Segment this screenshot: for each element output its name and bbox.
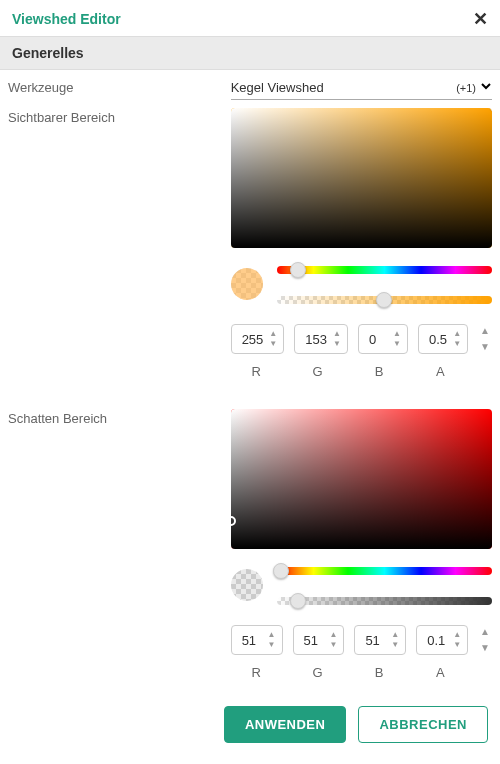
label-b: B (353, 665, 404, 680)
shadow-rgba-labels: R G B A (231, 665, 466, 680)
visible-g-input[interactable]: 153 ▲▼ (294, 324, 348, 354)
stepper-icon[interactable]: ▲▼ (329, 631, 337, 649)
label-r: R (231, 364, 282, 379)
visible-b-input[interactable]: 0 ▲▼ (358, 324, 408, 354)
shadow-a-input[interactable]: 0.1 ▲▼ (416, 625, 468, 655)
visible-rgba-row: 255 ▲▼ 153 ▲▼ 0 ▲▼ 0.5 ▲▼ ▲▼ (231, 324, 492, 354)
tools-row: Werkzeuge Kegel Viewshed (+1) (0, 70, 500, 100)
stepper-icon[interactable]: ▲▼ (268, 631, 276, 649)
shadow-r-input[interactable]: 51 ▲▼ (231, 625, 283, 655)
label-g: G (292, 364, 343, 379)
visible-hue-slider[interactable] (277, 266, 492, 274)
visible-satval-panel[interactable] (231, 108, 492, 248)
visible-controls (231, 264, 492, 304)
tools-label: Werkzeuge (8, 78, 231, 95)
visible-alpha-slider[interactable] (277, 296, 492, 304)
shadow-color-row: Schatten Bereich (0, 401, 500, 680)
shadow-label: Schatten Bereich (8, 409, 231, 680)
label-a: A (415, 364, 466, 379)
label-g: G (292, 665, 343, 680)
button-row: Anwenden Abbrechen (0, 690, 500, 759)
visible-r-input[interactable]: 255 ▲▼ (231, 324, 285, 354)
shadow-controls (231, 565, 492, 605)
visible-color-row: Sichtbarer Bereich (0, 100, 500, 379)
visible-rgba-labels: R G B A (231, 364, 466, 379)
cancel-button[interactable]: Abbrechen (358, 706, 488, 743)
stepper-icon[interactable]: ▲▼ (391, 631, 399, 649)
stepper-icon[interactable]: ▲▼ (333, 330, 341, 348)
visible-swatch (231, 268, 263, 300)
stepper-icon[interactable]: ▲▼ (453, 631, 461, 649)
mode-stepper[interactable]: ▲▼ (480, 627, 490, 653)
editor-header: Viewshed Editor ✕ (0, 0, 500, 36)
label-a: A (415, 665, 466, 680)
close-icon[interactable]: ✕ (473, 10, 488, 28)
shadow-satval-panel[interactable] (231, 409, 492, 549)
shadow-rgba-row: 51 ▲▼ 51 ▲▼ 51 ▲▼ 0.1 ▲▼ ▲▼ (231, 625, 492, 655)
visible-hue-knob[interactable] (290, 262, 306, 278)
shadow-b-input[interactable]: 51 ▲▼ (354, 625, 406, 655)
visible-label: Sichtbarer Bereich (8, 108, 231, 379)
stepper-icon[interactable]: ▲▼ (453, 330, 461, 348)
mode-stepper[interactable]: ▲▼ (480, 326, 490, 352)
visible-a-input[interactable]: 0.5 ▲▼ (418, 324, 468, 354)
visible-alpha-knob[interactable] (376, 292, 392, 308)
stepper-icon[interactable]: ▲▼ (269, 330, 277, 348)
tools-count: (+1) (456, 82, 480, 94)
shadow-alpha-knob[interactable] (290, 593, 306, 609)
label-r: R (231, 665, 282, 680)
label-b: B (353, 364, 404, 379)
shadow-g-input[interactable]: 51 ▲▼ (293, 625, 345, 655)
tools-select[interactable]: Kegel Viewshed (+1) (231, 78, 492, 100)
shadow-hue-slider[interactable] (277, 567, 492, 575)
shadow-hue-knob[interactable] (273, 563, 289, 579)
shadow-swatch (231, 569, 263, 601)
section-general: Generelles (0, 36, 500, 70)
shadow-alpha-slider[interactable] (277, 597, 492, 605)
chevron-down-icon (480, 80, 492, 92)
stepper-icon[interactable]: ▲▼ (393, 330, 401, 348)
tools-value: Kegel Viewshed (231, 80, 324, 95)
apply-button[interactable]: Anwenden (224, 706, 347, 743)
editor-title: Viewshed Editor (12, 11, 121, 27)
